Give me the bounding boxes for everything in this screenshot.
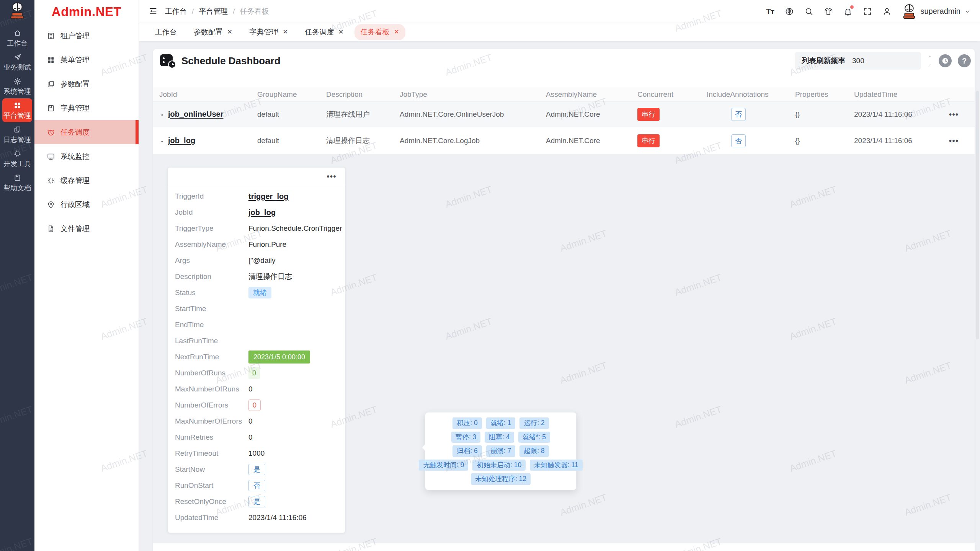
detail-label: Args <box>175 256 248 265</box>
user-menu[interactable]: superadmin <box>902 3 971 20</box>
job-id-link[interactable]: job_log <box>168 136 195 145</box>
close-icon[interactable]: ✕ <box>227 29 232 35</box>
tab-任务看板[interactable]: 任务看板 ✕ <box>354 24 405 40</box>
stepper-down-icon[interactable] <box>927 62 933 68</box>
row-actions-button[interactable]: ••• <box>949 111 959 118</box>
language-button[interactable] <box>784 7 794 16</box>
sidebar-item-copy[interactable]: 参数配置 <box>34 72 139 96</box>
caret-down-icon[interactable] <box>159 138 165 143</box>
job-id-link[interactable]: job_onlineUser <box>168 110 223 119</box>
toolbar-right: 列表刷新频率 300 ? <box>795 52 971 70</box>
rail-item-copy[interactable]: 日志管理 <box>2 122 32 146</box>
notification-button[interactable] <box>843 7 853 16</box>
detail-value[interactable]: trigger_log <box>248 192 288 201</box>
tab-label: 任务看板 <box>361 27 390 37</box>
app-logo[interactable] <box>9 2 25 21</box>
tab-字典管理[interactable]: 字典管理 ✕ <box>243 24 294 40</box>
status-tag: 无触发时间: 9 <box>419 460 468 471</box>
sidebar-item-alarm[interactable]: 任务调度 <box>34 120 139 144</box>
detail-value: 2023/1/5 0:00:00 <box>248 350 310 364</box>
menu-fold-button[interactable] <box>148 6 159 17</box>
status-tag: 积压: 0 <box>452 417 482 429</box>
rail-item-label: 帮助文档 <box>3 184 31 191</box>
fullscreen-button[interactable] <box>862 7 872 16</box>
theme-button[interactable] <box>823 7 833 16</box>
detail-row: Status就绪 <box>175 285 338 301</box>
row-actions-button[interactable]: ••• <box>949 137 959 145</box>
scrollbar[interactable] <box>976 91 979 339</box>
rail-item-gear[interactable]: 系统管理 <box>2 74 32 98</box>
tab-参数配置[interactable]: 参数配置 ✕ <box>188 24 238 40</box>
sidebar-item-building[interactable]: 租户管理 <box>34 24 139 48</box>
rail-item-cpu[interactable]: 开发工具 <box>2 147 32 170</box>
status-tag: 运行: 2 <box>519 417 549 429</box>
home-icon <box>13 29 21 37</box>
breadcrumb-item[interactable]: 平台管理 <box>199 7 228 16</box>
copy-icon <box>47 80 55 88</box>
sidebar-item-monitor[interactable]: 系统监控 <box>34 144 139 168</box>
sidebar-item-label: 行政区域 <box>60 200 90 210</box>
rail-item-book[interactable]: 帮助文档 <box>2 171 32 194</box>
status-tag: 崩溃: 7 <box>486 445 515 457</box>
icon-rail: 工作台 业务测试 系统管理 平台管理 日志管理 开发工具 帮助文档 <box>0 0 34 551</box>
breadcrumb-item[interactable]: 工作台 <box>165 7 187 16</box>
tab-任务调度[interactable]: 任务调度 ✕ <box>299 24 350 40</box>
sidebar-item-loading[interactable]: 缓存管理 <box>34 168 139 192</box>
close-icon[interactable]: ✕ <box>394 29 399 35</box>
file-icon <box>47 225 55 233</box>
detail-value: 0 <box>248 399 261 411</box>
detail-value[interactable]: job_log <box>248 208 276 217</box>
column-header: Description <box>320 90 394 99</box>
tab-工作台[interactable]: 工作台 <box>149 24 183 40</box>
detail-label: EndTime <box>175 321 248 329</box>
search-button[interactable] <box>804 7 814 16</box>
status-popover: 积压: 0就绪: 1运行: 2暂停: 3阻塞: 4就绪*: 5归档: 6崩溃: … <box>425 412 577 490</box>
caretD-icon <box>159 139 165 144</box>
chevup-icon <box>927 54 933 59</box>
rail-item-grid[interactable]: 平台管理 <box>2 98 32 122</box>
caretR-icon <box>159 112 165 118</box>
description-cell: 清理操作日志 <box>320 136 394 146</box>
detail-row: UpdatedTime2023/1/4 11:16:06 <box>175 510 338 526</box>
rail-item-home[interactable]: 工作台 <box>2 26 32 50</box>
rail-item-label: 日志管理 <box>3 136 31 143</box>
profile-button[interactable] <box>882 7 892 16</box>
stepper-up-icon[interactable] <box>927 53 933 60</box>
detail-value: 0 <box>248 385 253 393</box>
history-clock-button[interactable] <box>939 54 952 67</box>
rail-item-send[interactable]: 业务测试 <box>2 50 32 74</box>
detail-more-button[interactable]: ••• <box>327 173 336 180</box>
sidebar-item-grid[interactable]: 菜单管理 <box>34 48 139 72</box>
theme-icon <box>824 7 833 16</box>
popover-tag-row: 无触发时间: 9初始未启动: 10未知触发器: 11 <box>429 460 572 471</box>
properties-cell: {} <box>789 110 848 119</box>
fold-icon <box>148 6 158 16</box>
pin-icon <box>47 201 55 209</box>
help-button[interactable]: ? <box>958 54 971 67</box>
book-icon <box>47 104 55 112</box>
popover-arrow <box>421 444 428 451</box>
sidebar-item-book[interactable]: 字典管理 <box>34 96 139 120</box>
status-tag: 就绪*: 5 <box>518 432 550 443</box>
close-icon[interactable]: ✕ <box>338 29 344 35</box>
group-cell: default <box>251 137 320 145</box>
column-header: JobType <box>394 90 540 99</box>
detail-row: TriggerIdtrigger_log <box>175 188 338 204</box>
font-size-button[interactable]: Tт <box>765 7 775 16</box>
detail-value: 是 <box>248 496 265 507</box>
notification-badge <box>850 5 854 9</box>
refresh-rate-input[interactable]: 列表刷新频率 300 <box>795 52 921 70</box>
content-card: Schedule Dashboard 列表刷新频率 300 ? JobIdGro… <box>153 49 975 551</box>
detail-label: StartNow <box>175 465 248 474</box>
caret-right-icon[interactable] <box>159 111 165 117</box>
sidebar-item-file[interactable]: 文件管理 <box>34 217 139 241</box>
breadcrumb-item: 任务看板 <box>240 7 269 16</box>
jobs-table: JobIdGroupNameDescriptionJobTypeAssembly… <box>153 87 975 543</box>
rail-item-label: 平台管理 <box>3 112 31 119</box>
sidebar-item-pin[interactable]: 行政区域 <box>34 192 139 217</box>
status-tag: 初始未启动: 10 <box>472 460 526 471</box>
detail-label: RetryTimeout <box>175 449 248 458</box>
close-icon[interactable]: ✕ <box>283 29 288 35</box>
detail-row: RunOnStart否 <box>175 478 338 494</box>
grid-icon <box>47 56 55 64</box>
